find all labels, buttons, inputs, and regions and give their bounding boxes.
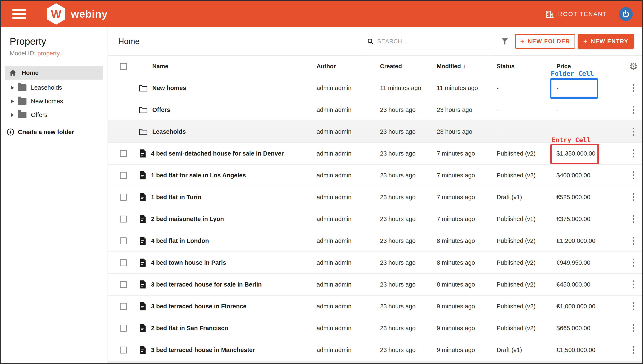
document-icon	[139, 236, 146, 245]
kebab-menu-icon[interactable]	[630, 191, 636, 203]
sidebar-item-home[interactable]: Home	[5, 66, 103, 80]
row-checkbox[interactable]	[120, 150, 127, 157]
row-name[interactable]: Leaseholds	[152, 128, 186, 135]
row-checkbox[interactable]	[120, 346, 127, 354]
row-name[interactable]: 3 bed terraced house for sale in Berlin	[151, 281, 262, 288]
column-header-modified[interactable]: Modified↓	[437, 63, 497, 70]
kebab-menu-icon[interactable]	[630, 213, 636, 225]
row-checkbox[interactable]	[120, 325, 127, 332]
row-name[interactable]: 4 bed semi-detached house for sale in De…	[151, 150, 284, 157]
chevron-right-icon[interactable]	[11, 99, 14, 104]
row-author: admin admin	[317, 281, 380, 288]
row-name[interactable]: 1 bed flat for sale in Los Angeles	[151, 172, 246, 179]
search-box[interactable]	[363, 34, 490, 49]
table-row[interactable]: 1 bed flat for sale in Los Angeles admin…	[108, 164, 642, 186]
kebab-menu-icon[interactable]	[630, 235, 636, 247]
table-row[interactable]: 3 bed terraced house for sale in Berlin …	[108, 274, 642, 296]
kebab-menu-icon[interactable]	[630, 104, 636, 116]
row-checkbox[interactable]	[120, 281, 127, 288]
kebab-menu-icon[interactable]	[630, 82, 636, 94]
entry-cell-annotation-label: Entry Cell	[552, 136, 591, 144]
row-price: $400,000.00	[556, 172, 624, 179]
create-folder-label: Create a new folder	[18, 129, 74, 136]
table-row[interactable]: 2 bed flat in San Francisco admin admin …	[108, 318, 642, 339]
model-title: Property	[1, 36, 108, 47]
sidebar-folder-leaseholds[interactable]: Leaseholds	[1, 81, 108, 94]
kebab-menu-icon[interactable]	[630, 169, 636, 181]
row-author: admin admin	[317, 150, 380, 157]
row-name[interactable]: Offers	[152, 106, 170, 113]
table-row[interactable]: 4 bed town house in Paris admin admin 23…	[108, 252, 642, 274]
row-name[interactable]: 1 bed flat in Turin	[151, 194, 201, 201]
filter-funnel-icon	[500, 37, 509, 46]
row-name[interactable]: New homes	[152, 84, 186, 92]
chevron-right-icon[interactable]	[11, 113, 14, 117]
row-checkbox[interactable]	[120, 172, 127, 179]
row-name[interactable]: 3 bed terraced house in Manchester	[151, 346, 255, 354]
user-avatar[interactable]	[619, 7, 633, 21]
kebab-menu-icon[interactable]	[630, 300, 636, 312]
column-header-price[interactable]: Price	[556, 63, 624, 70]
table-row[interactable]: 4 bed flat in London admin admin 23 hour…	[108, 230, 642, 252]
create-folder-button[interactable]: Create a new folder	[7, 128, 108, 136]
row-name[interactable]: 2 bed flat in San Francisco	[151, 325, 228, 332]
folder-label: Leaseholds	[31, 84, 62, 91]
kebab-menu-icon[interactable]	[630, 126, 636, 138]
row-checkbox[interactable]	[120, 194, 127, 201]
table-row[interactable]: 3 bed terraced house in Florence admin a…	[108, 296, 642, 318]
kebab-menu-icon[interactable]	[630, 322, 636, 334]
select-all-checkbox[interactable]	[120, 63, 127, 70]
model-id-label: Model ID:	[10, 50, 36, 57]
row-modified: 9 minutes ago	[437, 346, 497, 354]
new-entry-button[interactable]: + NEW ENTRY	[578, 34, 634, 49]
row-name[interactable]: 2 bed maisonette in Lyon	[151, 216, 224, 222]
new-folder-button[interactable]: + NEW FOLDER	[515, 34, 575, 49]
entry-cell-annotation-box	[550, 144, 599, 164]
chevron-right-icon[interactable]	[11, 86, 14, 90]
row-price: -	[556, 106, 624, 113]
row-status: Published (v2)	[497, 303, 556, 310]
new-entry-label: NEW ENTRY	[591, 38, 628, 45]
row-name[interactable]: 4 bed town house in Paris	[151, 259, 226, 266]
webiny-logo[interactable]: W webiny	[47, 3, 108, 25]
kebab-menu-icon[interactable]	[630, 147, 636, 160]
row-price: £1,500,000.00	[556, 346, 624, 354]
search-input[interactable]	[377, 38, 486, 45]
row-checkbox[interactable]	[120, 216, 127, 222]
model-id-link[interactable]: property	[38, 50, 60, 57]
row-price: €450,000.00	[556, 281, 624, 288]
menu-icon[interactable]	[13, 9, 26, 19]
row-name[interactable]: 4 bed flat in London	[151, 238, 209, 244]
column-header-author[interactable]: Author	[317, 63, 380, 70]
tenant-selector[interactable]: ROOT TENANT	[545, 10, 607, 18]
row-status: -	[497, 106, 556, 113]
column-header-status[interactable]: Status	[497, 63, 556, 70]
sort-desc-icon[interactable]: ↓	[463, 63, 466, 70]
sidebar-folder-new-homes[interactable]: New homes	[1, 94, 108, 108]
column-header-name[interactable]: Name	[127, 63, 317, 70]
table-settings-gear-icon[interactable]: ⚙	[629, 62, 638, 71]
row-modified: 8 minutes ago	[437, 281, 497, 288]
folder-icon	[18, 98, 27, 105]
row-price: £1,200,000.00	[556, 238, 624, 244]
row-name[interactable]: 3 bed terraced house in Florence	[151, 303, 246, 310]
model-id: Model ID: property	[1, 50, 108, 57]
column-header-created[interactable]: Created	[380, 63, 437, 70]
row-checkbox[interactable]	[120, 303, 127, 310]
filter-button[interactable]	[500, 37, 509, 46]
table-row[interactable]: 3 bed terraced house in Manchester admin…	[108, 339, 642, 361]
kebab-menu-icon[interactable]	[630, 278, 636, 290]
row-author: admin admin	[317, 303, 380, 310]
row-created: 23 hours ago	[380, 216, 437, 222]
table-row[interactable]: 2 bed maisonette in Lyon admin admin 23 …	[108, 208, 642, 230]
row-author: admin admin	[317, 346, 380, 354]
table-row[interactable]: 1 bed flat in Turin admin admin 23 hours…	[108, 186, 642, 208]
kebab-menu-icon[interactable]	[630, 344, 636, 356]
kebab-menu-icon[interactable]	[630, 256, 636, 269]
table-row[interactable]: Offers admin admin 23 hours ago 23 hours…	[108, 99, 642, 121]
row-price: €375,000.00	[556, 216, 624, 222]
sidebar-folder-offers[interactable]: Offers	[1, 108, 108, 122]
row-checkbox[interactable]	[120, 238, 127, 244]
row-checkbox[interactable]	[120, 259, 127, 266]
document-icon	[139, 214, 146, 223]
